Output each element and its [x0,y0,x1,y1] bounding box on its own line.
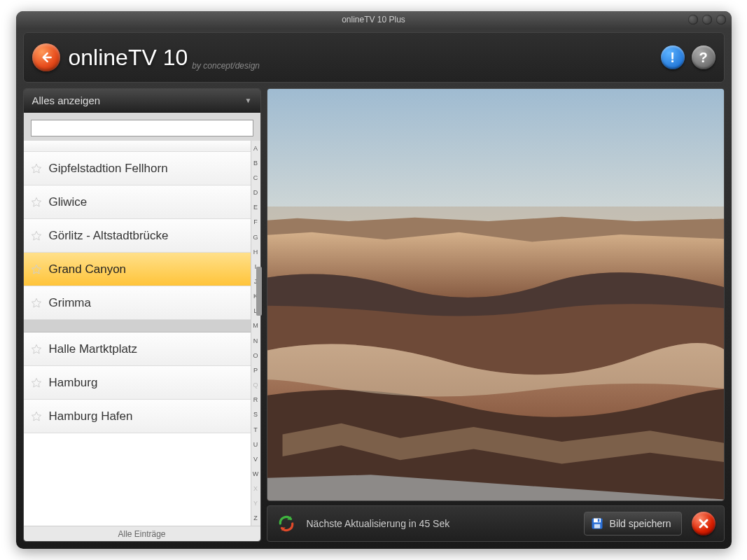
list-separator [24,320,251,332]
star-icon[interactable] [31,344,42,355]
list-item[interactable]: Hamburg Hafen [24,400,251,433]
alpha-letter[interactable]: E [251,200,260,215]
search-container [24,113,260,141]
star-icon[interactable] [31,377,42,388]
alpha-letter[interactable]: D [251,185,260,200]
alpha-letter[interactable]: N [251,333,260,348]
star-icon[interactable] [31,411,42,422]
close-window-button[interactable] [716,15,726,24]
save-button-label: Bild speichern [610,518,671,529]
save-image-button[interactable]: Bild speichern [584,512,682,536]
maximize-button[interactable] [702,15,712,24]
alpha-letter[interactable]: X [251,482,260,496]
app-subtitle: by concept/design [192,61,260,71]
alpha-letter[interactable]: S [251,407,260,422]
svg-rect-5 [597,519,599,522]
video-preview[interactable] [267,88,725,501]
alpha-letter[interactable]: H [251,244,260,259]
alpha-letter[interactable]: T [251,422,260,437]
list-item-label: Halle Martktplatz [49,342,138,356]
search-input[interactable] [31,120,253,136]
scrollbar-thumb[interactable] [256,267,262,316]
alpha-letter[interactable]: Y [251,496,260,511]
list-item[interactable]: Grimma [24,286,251,320]
list-spacer [24,141,251,152]
question-icon: ? [699,50,707,66]
arrow-left-icon [39,50,53,64]
list-item-label: Hamburg [49,376,98,390]
app-window: onlineTV 10 Plus onlineTV 10 by concept/… [16,11,732,549]
star-icon[interactable] [31,264,42,275]
alpha-letter[interactable]: Z [251,511,260,526]
refresh-icon [277,514,295,533]
star-icon[interactable] [31,197,42,208]
sidebar: Alles anzeigen ▼ Gipfelstadtion Fellhorn… [23,88,261,542]
controls-bar: Nächste Aktualisierung in 45 Sek Bild sp… [267,505,725,542]
chevron-down-icon: ▼ [245,97,252,104]
dropdown-label: Alles anzeigen [32,94,101,106]
list-item[interactable]: Grand Canyon [24,253,251,286]
alpha-letter[interactable]: F [251,215,260,230]
help-button[interactable]: ? [692,46,715,69]
svg-rect-4 [594,524,599,528]
window-title: onlineTV 10 Plus [342,15,405,24]
alpha-letter[interactable]: Q [251,378,260,393]
star-icon[interactable] [31,163,42,174]
alpha-index[interactable]: ABCDEFGHIJKLMNOPQRSTUVWXYZ [251,141,260,526]
alpha-letter[interactable]: P [251,363,260,377]
star-icon[interactable] [31,230,42,241]
list-item[interactable]: Gipfelstadtion Fellhorn [24,152,251,186]
star-icon[interactable] [31,298,42,309]
alpha-letter[interactable]: O [251,348,260,363]
alpha-letter[interactable]: A [251,141,260,155]
svg-rect-3 [594,519,601,523]
minimize-button[interactable] [688,15,698,24]
app-title: onlineTV 10 [69,45,188,71]
alpha-letter[interactable]: V [251,451,260,466]
list-item-label: Grimma [49,296,91,310]
refresh-button[interactable] [276,513,297,534]
titlebar-controls [688,15,726,24]
floppy-icon [590,517,604,531]
grand-canyon-image [267,89,724,500]
list-item-label: Gliwice [49,195,88,209]
all-entries-link[interactable]: Alle Einträge [24,526,260,541]
header-bar: onlineTV 10 by concept/design ! ? [23,32,725,83]
main-panel: Nächste Aktualisierung in 45 Sek Bild sp… [267,88,725,542]
list-item-label: Gipfelstadtion Fellhorn [49,162,168,176]
alpha-letter[interactable]: U [251,437,260,451]
list-item-label: Görlitz - Altstadtbrücke [49,229,169,243]
list-item-label: Hamburg Hafen [49,410,133,424]
back-button[interactable] [32,43,60,71]
channel-list[interactable]: Gipfelstadtion FellhornGliwiceGörlitz - … [24,141,251,526]
filter-dropdown[interactable]: Alles anzeigen ▼ [24,89,260,113]
list-item[interactable]: Görlitz - Altstadtbrücke [24,219,251,253]
alpha-letter[interactable]: M [251,318,260,333]
exclamation-icon: ! [670,50,675,66]
list-item[interactable]: Halle Martktplatz [24,332,251,366]
alpha-letter[interactable]: B [251,155,260,170]
titlebar: onlineTV 10 Plus [16,11,732,28]
alpha-letter[interactable]: G [251,230,260,244]
close-icon [698,518,709,529]
list-item[interactable]: Hamburg [24,366,251,400]
close-preview-button[interactable] [692,512,715,536]
alpha-letter[interactable]: R [251,393,260,407]
alpha-letter[interactable]: W [251,466,260,481]
status-text: Nächste Aktualisierung in 45 Sek [307,518,450,529]
alpha-letter[interactable]: C [251,170,260,185]
info-button[interactable]: ! [661,46,685,69]
list-item-label: Grand Canyon [49,262,127,276]
list-item[interactable]: Gliwice [24,186,251,219]
